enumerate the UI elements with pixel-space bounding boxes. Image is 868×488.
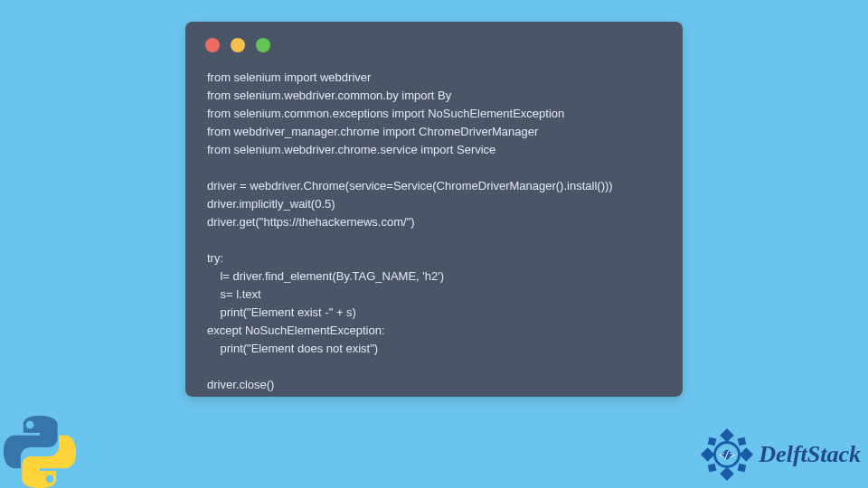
maximize-icon bbox=[256, 38, 270, 52]
svg-marker-0 bbox=[721, 428, 735, 443]
python-logo-icon bbox=[0, 416, 80, 488]
code-window: from selenium import webdriver from sele… bbox=[185, 22, 683, 397]
svg-marker-1 bbox=[721, 467, 735, 482]
delftstack-logo: </> DelftStack bbox=[699, 427, 861, 483]
close-icon bbox=[205, 38, 220, 52]
svg-marker-2 bbox=[701, 447, 715, 462]
code-content: from selenium import webdriver from sele… bbox=[185, 61, 683, 412]
window-controls bbox=[185, 22, 683, 61]
svg-marker-7 bbox=[738, 464, 747, 473]
svg-text:</>: </> bbox=[720, 450, 736, 460]
minimize-icon bbox=[231, 38, 245, 52]
delftstack-label: DelftStack bbox=[759, 441, 861, 468]
svg-marker-6 bbox=[708, 464, 717, 473]
svg-marker-4 bbox=[708, 437, 717, 446]
svg-marker-3 bbox=[740, 447, 754, 462]
delftstack-icon: </> bbox=[699, 427, 755, 483]
svg-marker-5 bbox=[738, 437, 747, 446]
